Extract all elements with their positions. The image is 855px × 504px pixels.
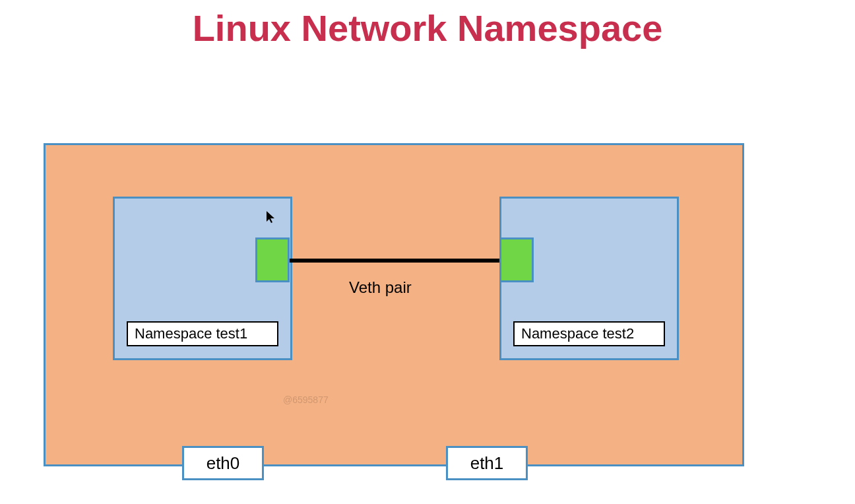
eth1-interface-label: eth1: [446, 446, 528, 480]
veth-pair-label: Veth pair: [349, 278, 412, 297]
host-container: Namespace test1 Namespace test2 Veth pai…: [44, 143, 744, 466]
eth0-interface-label: eth0: [182, 446, 264, 480]
diagram-title: Linux Network Namespace: [0, 7, 855, 49]
watermark: @6595877: [283, 394, 329, 405]
namespace-test2-label: Namespace test2: [513, 321, 665, 346]
namespace-test1-label: Namespace test1: [127, 321, 278, 346]
veth-connection-line: [290, 259, 499, 263]
veth-endpoint-right: [499, 237, 534, 282]
veth-endpoint-left: [255, 237, 290, 282]
